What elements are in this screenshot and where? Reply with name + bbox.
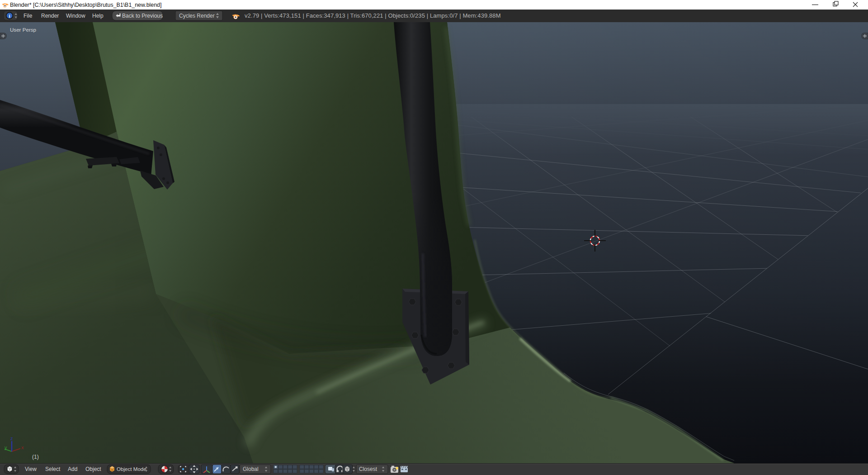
svg-text:v2.79 | Verts:473,151 | Faces:: v2.79 | Verts:473,151 | Faces:347,913 | …: [245, 12, 501, 19]
svg-text:User Persp: User Persp: [10, 27, 36, 33]
svg-text:Add: Add: [68, 466, 77, 472]
svg-text:Object: Object: [85, 466, 101, 472]
svg-text:Closest: Closest: [359, 466, 377, 472]
svg-text:Blender* [C:\Users\Sithhy\Desk: Blender* [C:\Users\Sithhy\Desktop\Brutus…: [10, 2, 161, 8]
svg-text:Global: Global: [243, 466, 259, 472]
svg-text:y: y: [5, 445, 7, 450]
svg-text:View: View: [25, 466, 37, 472]
svg-text:x: x: [21, 445, 24, 450]
svg-text:Window: Window: [66, 13, 85, 19]
svg-text:Object Mode: Object Mode: [117, 466, 146, 472]
svg-text:Select: Select: [45, 466, 61, 472]
svg-text:File: File: [24, 13, 33, 19]
svg-text:Back to Previous: Back to Previous: [122, 13, 163, 19]
svg-text:z: z: [10, 436, 13, 441]
svg-text:Cycles Render: Cycles Render: [179, 13, 215, 19]
svg-text:Help: Help: [92, 13, 104, 19]
svg-text:Render: Render: [41, 13, 59, 19]
svg-text:(1): (1): [32, 454, 39, 460]
svg-text:i: i: [9, 13, 10, 19]
